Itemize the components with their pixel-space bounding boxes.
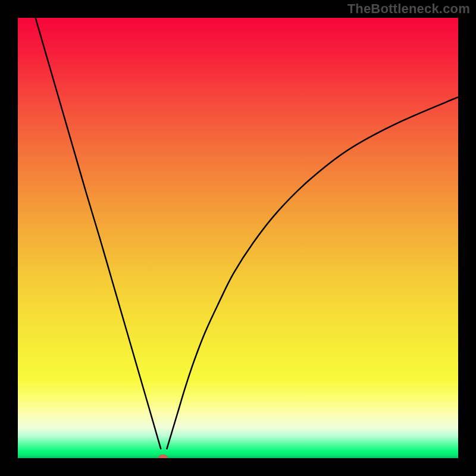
bottleneck-curve bbox=[18, 18, 458, 458]
watermark-text: TheBottleneck.com bbox=[347, 1, 470, 17]
curve-left-branch bbox=[36, 18, 161, 449]
curve-right-branch bbox=[167, 97, 458, 449]
plot-area bbox=[18, 18, 458, 458]
chart-frame: TheBottleneck.com bbox=[0, 0, 476, 476]
optimal-point-marker bbox=[158, 455, 168, 458]
